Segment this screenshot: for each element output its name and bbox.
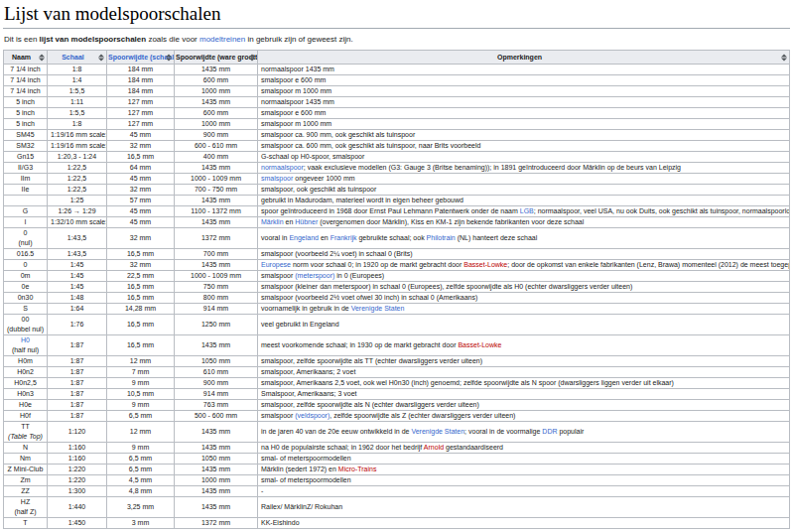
cell-spoorwijdte-schaal: 184 mm — [107, 75, 175, 86]
cell-naam: Zm — [4, 475, 48, 486]
column-header-naam[interactable]: Naam — [4, 51, 48, 65]
cell-opmerkingen: vooral in Engeland en Frankrijk gebruikt… — [258, 228, 790, 249]
wiki-link[interactable]: (veldspoor) — [295, 412, 330, 419]
column-header-spoorwijdte-ware-grootte[interactable]: Spoorwijdte (ware grootte) — [175, 51, 258, 65]
cell-schaal: 1:19/16 mm scale:ft — [48, 130, 107, 141]
text-segment: T — [23, 519, 27, 526]
cell-naam: S — [4, 304, 48, 315]
wiki-link[interactable]: (meterspoor) — [295, 272, 334, 279]
table-row: G1:26 → 1:2945 mm1100 - 1372 mmspoor geï… — [4, 206, 790, 217]
text-segment: Dit is een — [4, 35, 40, 44]
column-header-opmerkingen[interactable]: Opmerkingen — [258, 51, 790, 65]
wiki-link[interactable]: Frankrijk — [330, 234, 357, 241]
cell-spoorwijdte-schaal: 22,5 mm — [107, 271, 175, 282]
cell-schaal: 1:4 — [48, 75, 107, 86]
sort-icon[interactable] — [781, 54, 787, 61]
cell-naam: SM32 — [4, 141, 48, 152]
sort-icon[interactable] — [39, 54, 45, 61]
text-segment: smalspoor, Amerikaans 2,5 voet, ook wel … — [261, 379, 674, 386]
text-segment: IIe — [22, 186, 30, 193]
cell-naam: 0(nul) — [4, 228, 48, 249]
wiki-link[interactable]: DDR — [542, 428, 557, 435]
cell-spoorwijdte-schaal: 32 mm — [107, 185, 175, 196]
wiki-link[interactable]: Philotrain — [427, 234, 456, 241]
text-segment: smal- of meterspoormodellen — [261, 455, 351, 462]
wiki-link[interactable]: normaalspoor — [261, 164, 304, 171]
table-row: H0f1:876,5 mm500 - 600 mmsmalspoor (veld… — [4, 411, 790, 422]
name-line: 5 inch — [7, 119, 44, 129]
wiki-link[interactable]: H0 — [21, 336, 30, 343]
text-segment: populair — [558, 428, 585, 435]
cell-schaal: 1:32/10 mm scale:ft — [48, 217, 107, 228]
table-row: 01:4532 mm1435 mmEuropese norm voor scha… — [4, 260, 790, 271]
cell-spoorwijdte-schaal: 32 mm — [107, 228, 175, 249]
sort-icon[interactable] — [249, 54, 255, 61]
cell-spoorwijdte-ware-grootte: 500 - 600 mm — [175, 411, 258, 422]
red-link[interactable]: Basset-Lowke — [463, 261, 507, 268]
text-segment: smalspoor, zelfde spoorwijdte als TT (ec… — [261, 357, 482, 364]
sort-icon[interactable] — [98, 54, 104, 61]
text-segment: normaalspoor 1435 mm — [261, 98, 334, 105]
red-link[interactable]: Arnold — [424, 444, 444, 451]
text-segment: smalspoor m 1000 mm — [261, 120, 331, 127]
wiki-link[interactable]: modeltreinen — [199, 35, 245, 44]
text-segment: Z Mini-Club — [8, 466, 44, 472]
wiki-link[interactable]: Verenigde Staten — [411, 428, 464, 435]
column-header-spoorwijdte-schaal[interactable]: Spoorwijdte (schaal) — [107, 51, 175, 65]
red-link[interactable]: Basset-Lowke — [458, 341, 501, 348]
text-segment: (half Z) — [14, 508, 36, 515]
cell-naam: 7 1/4 inch — [4, 65, 48, 75]
cell-schaal: 1:87 — [48, 367, 107, 378]
cell-spoorwijdte-ware-grootte: 900 mm — [175, 130, 258, 141]
table-row: 00(dubbel nul)1:7616,5 mm1250 mmveel geb… — [4, 315, 790, 335]
cell-opmerkingen: smalspoor ongeveer 1000 mm — [258, 174, 790, 185]
wiki-link[interactable]: LGB — [520, 207, 534, 214]
text-segment: smalspoor m 1000 mm — [261, 87, 331, 94]
cell-spoorwijdte-schaal: 32 mm — [107, 260, 175, 271]
text-segment: smalspoor ca. 900 mm, ook geschikt als t… — [261, 131, 415, 138]
wiki-link[interactable]: smalspoor — [261, 175, 293, 182]
wiki-link[interactable]: Hübner — [295, 218, 318, 225]
table-row: 7 1/4 inch1:8184 mm1435 mmnormaalspoor 1… — [4, 65, 790, 75]
text-segment: 016.5 — [17, 250, 35, 257]
cell-opmerkingen: gebruikt in Madurodam, materieel wordt i… — [258, 196, 790, 206]
name-line: N — [7, 443, 44, 453]
cell-naam: 0 — [4, 260, 48, 271]
wiki-link[interactable]: Märklin — [261, 218, 284, 225]
wiki-link[interactable]: Engeland — [289, 234, 319, 241]
text-segment: Railex/ MärklinZ/ Rokuhan — [261, 503, 342, 510]
text-segment: I — [25, 218, 27, 225]
table-row: H0m1:8712 mm1050 mmsmalspoor, zelfde spo… — [4, 356, 790, 367]
cell-opmerkingen: smalspoor, zelfde spoorwijdte als TT (ec… — [258, 356, 790, 367]
name-line: 0 — [7, 260, 44, 270]
cell-schaal: 1:22,5 — [48, 174, 107, 185]
wiki-link[interactable]: Schaal — [62, 54, 84, 61]
text-segment: 0 — [24, 229, 28, 236]
cell-spoorwijdte-schaal: 14,28 mm — [107, 304, 175, 315]
cell-schaal: 1:25 — [48, 196, 107, 206]
text-segment: smalspoor, Amerikaans; 2 voet — [261, 368, 355, 375]
sort-icon[interactable] — [166, 54, 172, 61]
text-segment: G-schaal op H0-spoor, smalspoor — [261, 153, 364, 160]
table-row: SM321:19/16 mm scale:ft32 mm600 - 610 mm… — [4, 141, 790, 152]
red-link[interactable]: Micro-Trains — [338, 466, 377, 472]
cell-schaal: 1:76 — [48, 315, 107, 335]
cell-spoorwijdte-schaal: 184 mm — [107, 65, 175, 75]
cell-opmerkingen: smalspoor (voorbeeld 2¼ voet) in schaal … — [258, 249, 790, 260]
cell-spoorwijdte-schaal: 12 mm — [107, 356, 175, 367]
cell-opmerkingen: normaalspoor 1435 mm — [258, 65, 790, 75]
column-header-schaal[interactable]: Schaal — [48, 51, 107, 65]
name-line: H0f — [7, 411, 44, 421]
wiki-link[interactable]: Europese — [261, 261, 291, 268]
wiki-link[interactable]: Verenigde Staten — [351, 305, 405, 312]
text-segment: 0 — [24, 261, 28, 268]
table-row: 0(nul)1:43,532 mm1372 mmvooral in Engela… — [4, 228, 790, 249]
name-line: IIm — [7, 174, 44, 184]
cell-schaal: 1:11 — [48, 97, 107, 108]
wiki-link[interactable]: Spoorwijdte (schaal) — [108, 54, 175, 61]
name-line: (half nul) — [7, 345, 44, 355]
cell-naam: 7 1/4 inch — [4, 75, 48, 86]
cell-schaal: 1:87 — [48, 335, 107, 356]
text-segment: 7 1/4 inch — [10, 76, 40, 83]
text-segment: 00 — [22, 316, 30, 323]
